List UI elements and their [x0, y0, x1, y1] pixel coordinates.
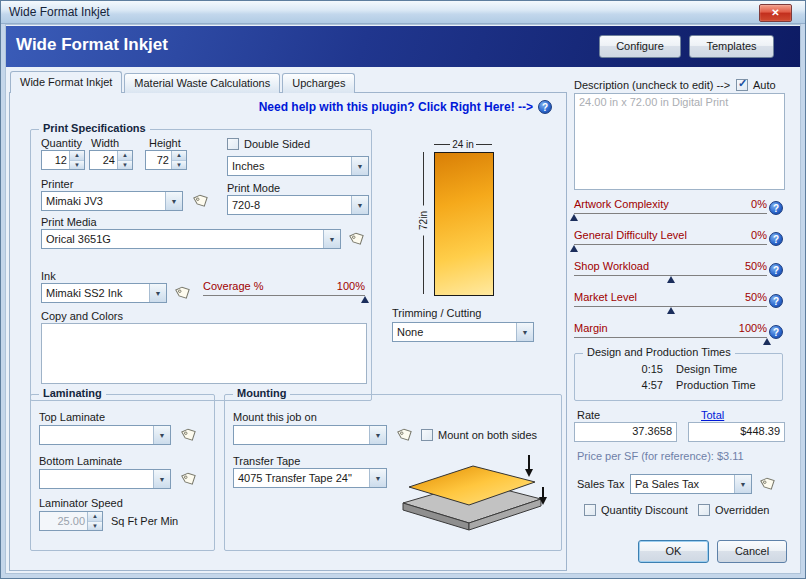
up-arrow-icon[interactable]: ▲ [118, 151, 132, 161]
auto-description-checkbox[interactable]: Auto [736, 79, 776, 91]
up-arrow-icon[interactable]: ▲ [172, 151, 186, 161]
print-media-tag-icon[interactable] [347, 230, 365, 249]
sales-tax-dropdown[interactable]: Pa Sales Tax ▼ [630, 474, 752, 494]
width-spin-buttons[interactable]: ▲▼ [117, 151, 132, 169]
coverage-slider-thumb[interactable] [361, 296, 369, 303]
chevron-down-icon[interactable]: ▼ [369, 469, 386, 487]
checkbox-box[interactable] [227, 138, 239, 150]
down-arrow-icon[interactable]: ▼ [118, 161, 132, 170]
close-button[interactable]: ✕ [759, 4, 792, 22]
overridden-checkbox[interactable]: Overridden [698, 504, 769, 516]
slider-track[interactable] [574, 213, 767, 222]
general-difficulty-help-icon[interactable]: ? [769, 232, 783, 246]
printer-dropdown[interactable]: Mimaki JV3 ▼ [41, 191, 183, 211]
down-arrow-icon[interactable]: ▼ [70, 161, 84, 170]
laminating-group: Laminating Top Laminate ▼ Bottom Laminat… [30, 394, 215, 551]
configure-button[interactable]: Configure [599, 35, 681, 58]
mount-job-dropdown[interactable]: ▼ [233, 425, 387, 445]
shop-workload-help-icon[interactable]: ? [769, 263, 783, 277]
quantity-discount-checkbox[interactable]: Quantity Discount [584, 504, 688, 516]
printer-tag-icon[interactable] [191, 192, 209, 211]
cancel-button[interactable]: Cancel [717, 540, 787, 563]
laminator-speed-label: Laminator Speed [39, 497, 123, 509]
bottom-laminate-tag-icon[interactable] [179, 470, 197, 489]
ok-button[interactable]: OK [638, 540, 709, 563]
margin-slider[interactable]: Margin 100% [574, 322, 767, 346]
checkbox-box[interactable] [421, 429, 433, 441]
templates-button[interactable]: Templates [689, 35, 774, 58]
tab-upcharges[interactable]: Upcharges [282, 73, 355, 93]
slider-track[interactable] [574, 306, 767, 315]
total-link[interactable]: Total [701, 409, 724, 421]
tab-wide-format-inkjet[interactable]: Wide Format Inkjet [10, 71, 122, 93]
artwork-complexity-help-icon[interactable]: ? [769, 201, 783, 215]
slider-thumb[interactable] [667, 276, 675, 283]
coverage-slider[interactable]: Coverage % 100% [203, 280, 365, 304]
slider-track[interactable] [574, 275, 767, 284]
description-label: Description (uncheck to edit) --> [574, 79, 730, 91]
wide-format-inkjet-dialog: Wide Format Inkjet ✕ Wide Format Inkjet … [0, 0, 806, 579]
height-stepper[interactable]: 72 ▲▼ [145, 150, 187, 170]
quantity-spin-buttons[interactable]: ▲▼ [69, 151, 84, 169]
checkbox-box[interactable] [698, 504, 710, 516]
coverage-slider-track[interactable] [203, 295, 365, 304]
market-level-help-icon[interactable]: ? [769, 294, 783, 308]
help-link-text[interactable]: Need help with this plugin? Click Right … [259, 100, 533, 114]
chevron-down-icon[interactable]: ▼ [351, 157, 368, 175]
shop-workload-slider[interactable]: Shop Workload 50% [574, 260, 767, 284]
bottom-laminate-dropdown[interactable]: ▼ [39, 469, 171, 489]
slider-thumb[interactable] [570, 214, 578, 221]
chevron-down-icon[interactable]: ▼ [369, 426, 386, 444]
width-value[interactable]: 24 [90, 151, 117, 169]
slider-track[interactable] [574, 244, 767, 253]
slider-track[interactable] [574, 337, 767, 346]
height-value[interactable]: 72 [146, 151, 171, 169]
units-dropdown[interactable]: Inches ▼ [227, 156, 369, 176]
rate-field[interactable]: 37.3658 [574, 422, 677, 442]
ink-dropdown[interactable]: Mimaki SS2 Ink ▼ [41, 283, 167, 303]
chevron-down-icon[interactable]: ▼ [734, 475, 751, 493]
checkbox-box[interactable] [736, 79, 748, 91]
sales-tax-tag-icon[interactable] [758, 475, 776, 494]
up-arrow-icon[interactable]: ▲ [70, 151, 84, 161]
quantity-value[interactable]: 12 [42, 151, 69, 169]
copy-and-colors-textarea[interactable] [41, 323, 367, 384]
width-stepper[interactable]: 24 ▲▼ [89, 150, 133, 170]
chevron-down-icon[interactable]: ▼ [149, 284, 166, 302]
help-link[interactable]: Need help with this plugin? Click Right … [259, 100, 552, 114]
transfer-tape-dropdown[interactable]: 4075 Transfer Tape 24" ▼ [233, 468, 387, 488]
chevron-down-icon[interactable]: ▼ [351, 196, 368, 214]
print-mode-dropdown[interactable]: 720-8 ▼ [227, 195, 369, 215]
help-icon[interactable]: ? [538, 100, 552, 114]
top-laminate-dropdown[interactable]: ▼ [39, 425, 171, 445]
chevron-down-icon[interactable]: ▼ [153, 426, 170, 444]
quantity-stepper[interactable]: 12 ▲▼ [41, 150, 85, 170]
down-arrow-icon[interactable]: ▼ [172, 161, 186, 170]
chevron-down-icon[interactable]: ▼ [153, 470, 170, 488]
slider-thumb[interactable] [763, 338, 771, 345]
market-level-slider[interactable]: Market Level 50% [574, 291, 767, 315]
general-difficulty-slider[interactable]: General Difficulty Level 0% [574, 229, 767, 253]
checkbox-box[interactable] [584, 504, 596, 516]
print-media-dropdown[interactable]: Orical 3651G ▼ [41, 229, 341, 249]
artwork-complexity-slider[interactable]: Artwork Complexity 0% [574, 198, 767, 222]
laminator-speed-units-label: Sq Ft Per Min [111, 515, 178, 527]
top-laminate-tag-icon[interactable] [179, 426, 197, 445]
total-field[interactable]: $448.39 [688, 422, 785, 442]
tab-material-waste-calculations[interactable]: Material Waste Calculations [124, 73, 280, 93]
margin-help-icon[interactable]: ? [769, 325, 783, 339]
chevron-down-icon[interactable]: ▼ [516, 323, 533, 341]
ink-tag-icon[interactable] [173, 284, 191, 303]
overridden-label: Overridden [715, 504, 769, 516]
double-sided-checkbox[interactable]: Double Sided [227, 138, 310, 150]
mount-both-sides-checkbox[interactable]: Mount on both sides [421, 429, 537, 441]
chevron-down-icon[interactable]: ▼ [323, 230, 340, 248]
mount-tag-icon[interactable] [395, 426, 413, 445]
price-per-sf-label: Price per SF (for reference): $3.11 [577, 450, 744, 462]
slider-thumb[interactable] [570, 245, 578, 252]
design-time-value: 0:15 [575, 363, 663, 375]
slider-thumb[interactable] [667, 307, 675, 314]
trimming-cutting-dropdown[interactable]: None ▼ [392, 322, 534, 342]
chevron-down-icon[interactable]: ▼ [165, 192, 182, 210]
height-spin-buttons[interactable]: ▲▼ [171, 151, 186, 169]
